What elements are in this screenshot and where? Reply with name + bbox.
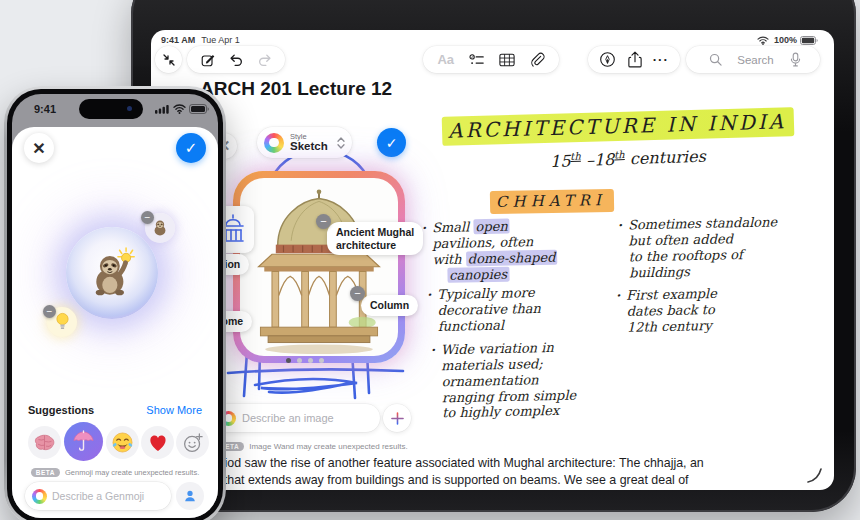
note-paragraph: s period saw the rise of another feature… [197, 455, 687, 488]
genmoji-close-button[interactable]: ✕ [24, 133, 54, 163]
people-genmoji-button[interactable] [176, 482, 204, 510]
table-icon[interactable] [499, 53, 515, 67]
iphone-genmoji-ui: 9:41 ✕ ✓ [12, 94, 218, 518]
redo-icon[interactable] [257, 52, 273, 68]
collapse-button[interactable] [155, 46, 182, 73]
suggestions-label: Suggestions [28, 404, 146, 416]
style-value: Sketch [290, 140, 337, 152]
handwritten-section-title: CHHATRI [490, 191, 614, 211]
share-toolbar-group: ··· [588, 46, 680, 73]
generated-image-frame [233, 171, 405, 363]
iphone-status-time: 9:41 [34, 103, 56, 115]
genmoji-beta-note: BETA Genmoji may create unexpected resul… [12, 468, 218, 477]
sloth-lightbulb-genmoji [86, 247, 138, 299]
genmoji-swirl-icon [32, 489, 47, 504]
describe-genmoji-field[interactable] [25, 482, 171, 510]
new-emoji-plus-icon [183, 433, 203, 453]
new-genmoji-button[interactable] [176, 426, 209, 459]
lightbulb-ingredient-chip[interactable]: − [47, 307, 77, 337]
compose-icon[interactable] [200, 52, 216, 68]
sloth-emoji-icon [150, 218, 170, 238]
emoji-suggestions-row [12, 422, 218, 464]
ipad-notes-app: 9:41 AM Tue Apr 1 100% [151, 30, 834, 490]
genmoji-sheet: ✕ ✓ [12, 127, 218, 518]
laughing-emoji-icon [112, 432, 133, 453]
image-wand-beta-note: BETA Image Wand may create unexpected re… [215, 442, 408, 451]
beta-badge: BETA [31, 468, 60, 477]
generated-pavilion-image [240, 178, 398, 356]
describe-image-field[interactable] [213, 404, 380, 432]
beta-text: Genmoji may create unexpected results. [65, 468, 199, 477]
note-bullet-decorative: ·Typically more decorative than function… [427, 285, 542, 335]
edit-toolbar-group [187, 46, 285, 73]
check-icon: ✓ [185, 139, 198, 157]
iphone-device: 9:41 ✕ ✓ [4, 86, 226, 520]
ipad-status-bar: 9:41 AM Tue Apr 1 100% [161, 33, 818, 47]
attachment-icon[interactable] [530, 52, 545, 67]
check-icon: ✓ [386, 135, 398, 151]
battery-icon [800, 36, 818, 45]
show-more-link[interactable]: Show More [146, 404, 202, 416]
close-icon: ✕ [32, 139, 45, 158]
style-picker[interactable]: StyleSketch [257, 127, 352, 158]
handwritten-subheading: 15th –18th centuries [550, 146, 706, 171]
dictation-mic-icon[interactable] [779, 52, 812, 67]
genmoji-accept-button[interactable]: ✓ [176, 133, 206, 163]
ipad-status-date: Tue Apr 1 [201, 35, 240, 45]
laughing-emoji-suggestion[interactable] [106, 426, 139, 459]
note-bullet-small-open-pavilions: · Small openpavilions, oftenwith dome-sh… [421, 218, 558, 284]
remove-label-button[interactable]: − [350, 286, 365, 301]
cellular-icon [155, 104, 170, 114]
heart-emoji-suggestion[interactable] [141, 426, 174, 459]
marketing-scene: 9:41 AM Tue Apr 1 100% [0, 0, 860, 520]
search-placeholder: Search [737, 54, 773, 66]
text-style-button[interactable]: Aa [437, 52, 454, 67]
heart-emoji-icon [148, 434, 168, 452]
page-dots[interactable] [286, 358, 324, 363]
style-label: Style [290, 133, 337, 141]
wifi-icon [173, 104, 186, 114]
label-column[interactable]: Column [361, 295, 418, 316]
share-icon[interactable] [628, 51, 642, 68]
note-bullet-first-example: ·First example dates back to 12th centur… [616, 286, 718, 336]
more-button[interactable]: ··· [653, 52, 669, 67]
search-field[interactable]: Search [686, 46, 820, 73]
brain-emoji-icon [34, 434, 55, 451]
suggestions-header: Suggestions Show More [12, 404, 218, 416]
note-title: ARCH 201 Lecture 12 [200, 78, 392, 100]
umbrella-genmoji-icon [72, 430, 95, 453]
remove-label-button[interactable]: − [316, 214, 331, 229]
format-toolbar-group: Aa [423, 46, 559, 73]
checklist-icon[interactable] [469, 53, 485, 67]
note-bullet-standalone: ·Sometimes standalone but often added to… [617, 214, 778, 281]
label-ancient-mughal[interactable]: Ancient Mughal architecture [327, 222, 423, 255]
wifi-icon [757, 36, 769, 45]
brain-emoji-suggestion[interactable] [28, 426, 61, 459]
chevron-up-down-icon [337, 137, 345, 149]
add-prompt-button[interactable] [383, 404, 411, 432]
ipad-device: 9:41 AM Tue Apr 1 100% [131, 0, 856, 512]
wand-accept-button[interactable]: ✓ [377, 128, 406, 157]
sloth-ingredient-chip[interactable]: − [145, 213, 175, 243]
describe-image-input[interactable] [242, 412, 352, 424]
plus-icon [391, 412, 404, 425]
remove-ingredient-button[interactable]: − [141, 211, 154, 224]
lightbulb-emoji-icon [54, 312, 71, 332]
handwritten-heading: ARCHITECTURE IN INDIA [442, 109, 795, 143]
beta-text: Image Wand may create unexpected results… [249, 442, 407, 451]
image-playground-icon [264, 133, 284, 153]
page-curl-icon[interactable] [806, 466, 824, 484]
ipad-status-time: 9:41 AM [161, 35, 195, 45]
genmoji-result-orb[interactable] [66, 227, 158, 319]
umbrella-genmoji-suggestion[interactable] [64, 422, 103, 461]
collapse-icon [162, 53, 176, 67]
person-icon [183, 489, 197, 503]
ipad-battery-percent: 100% [774, 35, 797, 45]
remove-ingredient-button[interactable]: − [43, 305, 56, 318]
describe-genmoji-input[interactable] [52, 490, 157, 502]
markup-pen-icon[interactable] [599, 51, 616, 68]
note-bullet-materials: ·Wide variation in materials used; ornam… [430, 339, 576, 421]
undo-icon[interactable] [228, 52, 244, 68]
iphone-status-bar: 9:41 [12, 94, 218, 128]
search-icon [699, 53, 732, 66]
